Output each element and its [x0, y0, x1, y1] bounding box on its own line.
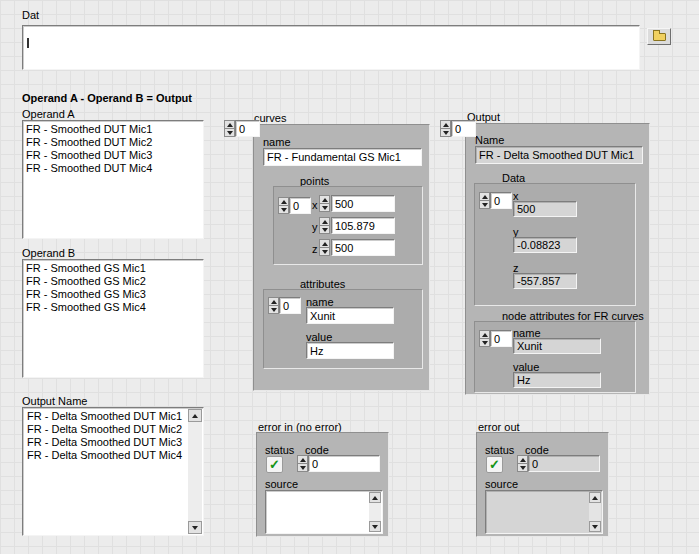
error-out-source-text	[488, 493, 494, 505]
down-arrow-icon	[227, 131, 233, 135]
down-arrow-icon	[192, 526, 198, 530]
output-index-control: 0	[440, 120, 476, 137]
operand-a-listbox[interactable]: FR - Smoothed DUT Mic1FR - Smoothed DUT …	[22, 120, 204, 239]
up-arrow-icon	[227, 123, 233, 127]
path-input[interactable]	[22, 25, 640, 70]
increment-button[interactable]	[319, 239, 330, 248]
error-out-source-scrollbar[interactable]	[589, 492, 601, 532]
data-index-value[interactable]: 0	[490, 192, 512, 209]
list-item[interactable]: FR - Smoothed GS Mic4	[23, 301, 203, 314]
down-arrow-icon	[482, 203, 488, 207]
decrement-button[interactable]	[479, 201, 490, 209]
x-value[interactable]: 500	[331, 195, 395, 212]
operand-a-label: Operand A	[22, 108, 75, 120]
output-name-scrollbar[interactable]	[188, 409, 202, 534]
increment-button[interactable]	[319, 217, 330, 226]
output-name-listbox[interactable]: FR - Delta Smoothed DUT Mic1FR - Delta S…	[22, 407, 204, 536]
increment-button[interactable]	[224, 120, 235, 129]
list-item[interactable]: FR - Smoothed DUT Mic4	[23, 162, 203, 175]
scroll-up-button[interactable]	[369, 492, 381, 503]
scroll-down-button[interactable]	[589, 521, 601, 532]
z-value[interactable]: 500	[331, 239, 395, 256]
increment-button[interactable]	[479, 330, 490, 339]
decrement-button[interactable]	[479, 339, 490, 347]
curves-name-field[interactable]: FR - Fundamental GS Mic1	[263, 148, 422, 166]
y-spinner[interactable]	[319, 217, 330, 234]
decrement-button[interactable]	[319, 226, 330, 234]
scroll-track[interactable]	[589, 503, 601, 521]
increment-button[interactable]	[297, 455, 308, 464]
points-index-spinner[interactable]	[278, 197, 289, 214]
decrement-button[interactable]	[224, 129, 235, 137]
down-arrow-icon	[482, 341, 488, 345]
list-item[interactable]: FR - Delta Smoothed DUT Mic2	[24, 423, 187, 436]
node-attributes-index-value[interactable]: 0	[490, 330, 512, 347]
list-item[interactable]: FR - Smoothed DUT Mic2	[23, 136, 203, 149]
attributes-index-value[interactable]: 0	[279, 297, 301, 314]
x-label: x	[312, 199, 318, 211]
status-ok-check-icon[interactable]	[266, 456, 283, 473]
curves-index-spinner[interactable]	[224, 120, 235, 137]
error-in-code-value[interactable]: 0	[308, 455, 380, 472]
increment-button[interactable]	[319, 195, 330, 204]
decrement-button[interactable]	[297, 464, 308, 472]
increment-button	[517, 455, 528, 464]
up-arrow-icon	[281, 200, 287, 204]
increment-button[interactable]	[479, 192, 490, 201]
increment-button[interactable]	[268, 297, 279, 306]
output-index-spinner[interactable]	[440, 120, 451, 137]
decrement-button[interactable]	[268, 306, 279, 314]
curves-index-value[interactable]: 0	[235, 120, 260, 137]
browse-button[interactable]	[647, 28, 671, 45]
z-spinner[interactable]	[319, 239, 330, 256]
data-z-value: -557.857	[513, 273, 577, 289]
y-value[interactable]: 105.879	[331, 217, 395, 234]
scroll-track[interactable]	[369, 503, 381, 521]
folder-icon	[653, 33, 666, 41]
up-arrow-icon	[372, 496, 378, 500]
output-name-field: FR - Delta Smoothed DUT Mic1	[475, 146, 643, 164]
error-in-source-field[interactable]	[265, 490, 383, 534]
scroll-track[interactable]	[188, 422, 202, 521]
decrement-button[interactable]	[319, 204, 330, 212]
data-x-value: 500	[513, 201, 577, 217]
up-arrow-icon	[192, 414, 198, 418]
list-item[interactable]: FR - Smoothed GS Mic3	[23, 288, 203, 301]
curves-index-control: 0	[224, 120, 260, 137]
error-in-source-scrollbar[interactable]	[369, 492, 381, 532]
list-item[interactable]: FR - Delta Smoothed DUT Mic4	[24, 449, 187, 462]
attr-name-field[interactable]: Xunit	[306, 307, 394, 324]
increment-button[interactable]	[440, 120, 451, 129]
attributes-index-spinner[interactable]	[268, 297, 279, 314]
scroll-up-button[interactable]	[188, 409, 202, 422]
up-arrow-icon	[482, 195, 488, 199]
list-item[interactable]: FR - Smoothed GS Mic2	[23, 275, 203, 288]
output-name-items: FR - Delta Smoothed DUT Mic1FR - Delta S…	[24, 410, 187, 533]
decrement-button[interactable]	[440, 129, 451, 137]
list-item[interactable]: FR - Smoothed GS Mic1	[23, 262, 203, 275]
attributes-array: 0 name Xunit value Hz	[263, 289, 423, 369]
curves-cluster: name FR - Fundamental GS Mic1 points 0 x…	[253, 124, 430, 391]
list-item[interactable]: FR - Delta Smoothed DUT Mic3	[24, 436, 187, 449]
decrement-button[interactable]	[319, 248, 330, 256]
scroll-up-button[interactable]	[589, 492, 601, 503]
scroll-down-button[interactable]	[188, 521, 202, 534]
list-item[interactable]: FR - Smoothed DUT Mic1	[23, 123, 203, 136]
error-in-code-spinner[interactable]	[297, 455, 308, 472]
points-array: 0 x 500 y 105.879 z 500	[273, 186, 423, 265]
list-item[interactable]: FR - Delta Smoothed DUT Mic1	[24, 410, 187, 423]
attr-value-field[interactable]: Hz	[306, 342, 394, 359]
down-arrow-icon	[322, 206, 328, 210]
scroll-down-button[interactable]	[369, 521, 381, 532]
error-out-status-label: status	[485, 444, 514, 456]
node-attributes-index-spinner[interactable]	[479, 330, 490, 347]
operand-b-listbox[interactable]: FR - Smoothed GS Mic1FR - Smoothed GS Mi…	[22, 259, 204, 378]
points-index-value[interactable]: 0	[289, 197, 311, 214]
decrement-button[interactable]	[278, 206, 289, 214]
list-item[interactable]: FR - Smoothed DUT Mic3	[23, 149, 203, 162]
down-arrow-icon	[322, 250, 328, 254]
increment-button[interactable]	[278, 197, 289, 206]
x-spinner[interactable]	[319, 195, 330, 212]
output-index-value[interactable]: 0	[451, 120, 476, 137]
data-index-spinner[interactable]	[479, 192, 490, 209]
